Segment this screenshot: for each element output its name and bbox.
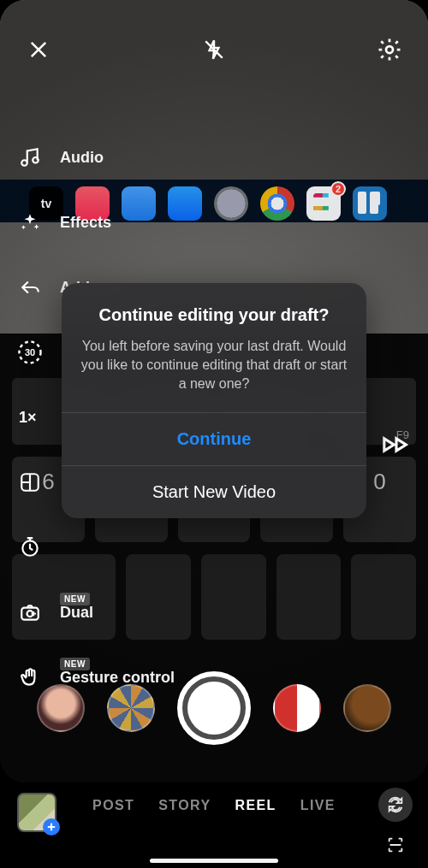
layout-icon xyxy=(17,469,43,495)
start-new-video-button[interactable]: Start New Video xyxy=(62,465,366,518)
slack-badge: 2 xyxy=(330,181,346,197)
dialog-body: Continue editing your draft? You left be… xyxy=(62,283,366,412)
mode-story[interactable]: STORY xyxy=(158,798,211,813)
speed-value: 1× xyxy=(19,409,37,427)
effect-thumb[interactable] xyxy=(343,684,391,732)
right-controls xyxy=(378,788,413,859)
timer-icon xyxy=(17,534,43,560)
reply-arrow-icon xyxy=(17,275,43,300)
dialog-title: Continue editing your draft? xyxy=(80,305,348,325)
camera-header xyxy=(0,29,428,70)
music-icon xyxy=(17,145,43,170)
rail-label: Audio xyxy=(60,149,104,167)
dock-app-chrome xyxy=(260,186,294,221)
capture-modes: POST STORY REEL LIVE xyxy=(0,798,428,813)
reels-camera-screen: tv 2 F6 F9 6 7 8 9 xyxy=(0,0,428,868)
rail-label: Dual xyxy=(60,604,93,622)
rail-dual[interactable]: NEW Dual xyxy=(17,599,223,626)
switch-camera-button[interactable] xyxy=(378,788,413,822)
effect-thumb[interactable] xyxy=(273,684,321,732)
draft-dialog: Continue editing your draft? You left be… xyxy=(62,283,366,518)
bottom-bar: POST STORY REEL LIVE xyxy=(0,782,428,868)
effects-carousel xyxy=(0,669,428,747)
sparkles-icon xyxy=(17,210,43,235)
new-badge: NEW xyxy=(60,593,90,605)
rail-timer[interactable] xyxy=(17,534,223,561)
duration-30-icon: 30 xyxy=(17,340,43,365)
dialog-message: You left before saving your last draft. … xyxy=(80,337,348,393)
mode-live[interactable]: LIVE xyxy=(300,798,336,813)
key xyxy=(351,554,416,640)
key xyxy=(276,554,342,640)
rail-audio[interactable]: Audio xyxy=(17,144,223,171)
fast-forward-icon[interactable] xyxy=(382,436,411,457)
effect-thumb[interactable] xyxy=(107,684,155,732)
close-icon[interactable] xyxy=(24,35,53,64)
add-from-gallery-icon xyxy=(43,818,60,836)
settings-icon[interactable] xyxy=(375,35,404,64)
effect-thumb[interactable] xyxy=(37,684,85,732)
shutter-button[interactable] xyxy=(177,671,251,745)
svg-point-0 xyxy=(386,46,393,53)
mode-post[interactable]: POST xyxy=(92,798,134,813)
dual-camera-icon xyxy=(17,599,43,625)
mode-reel[interactable]: REEL xyxy=(235,798,276,813)
home-indicator[interactable] xyxy=(150,859,278,863)
rail-label: Effects xyxy=(60,214,111,232)
svg-point-1 xyxy=(33,157,39,163)
dock-app-slack: 2 xyxy=(306,186,341,221)
duration-value: 30 xyxy=(25,347,35,357)
scan-icon[interactable] xyxy=(381,830,410,859)
continue-button[interactable]: Continue xyxy=(62,412,366,465)
rail-effects[interactable]: Effects xyxy=(17,209,223,236)
flash-off-icon[interactable] xyxy=(199,35,229,64)
dock-app-trello xyxy=(353,186,387,221)
